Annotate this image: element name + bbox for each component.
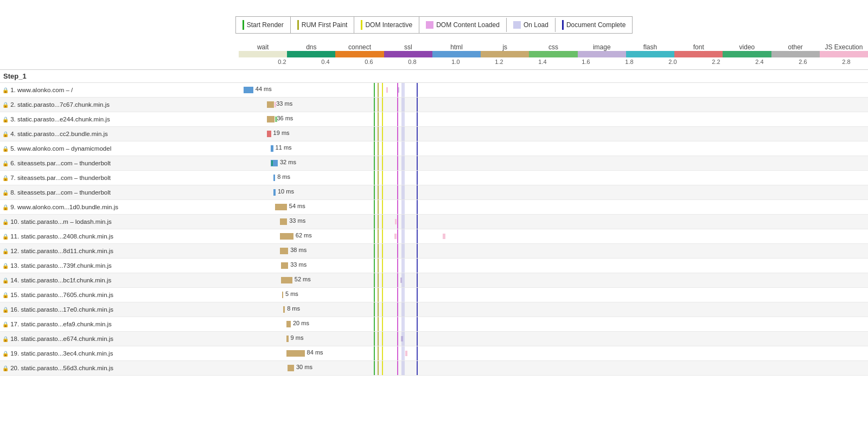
vertical-line-dom-content-loaded [397, 346, 398, 360]
vertical-line-start-render [374, 273, 375, 287]
step-label: Step_1 [0, 70, 868, 83]
legend-bar: Start RenderRUM First PaintDOM Interacti… [235, 16, 633, 34]
type-name-dns: dns [287, 43, 335, 51]
type-name-other: other [771, 43, 820, 51]
timing-bar [286, 350, 305, 357]
chart-cell: 11 ms [239, 141, 868, 156]
vertical-line-rum-first-paint [378, 302, 379, 317]
vertical-line-dom-interactive [382, 171, 383, 185]
ms-label: 36 ms [277, 115, 293, 121]
type-name-js: js [481, 43, 529, 51]
vertical-line-document-complete [417, 141, 418, 156]
timing-bar [267, 131, 271, 137]
timing-bar [286, 321, 291, 327]
vertical-line-document-complete [417, 288, 418, 302]
vertical-line-on-load [401, 141, 405, 156]
vertical-line-dom-interactive [382, 361, 383, 375]
vertical-line-dom-interactive [382, 259, 383, 273]
extra-marker [405, 351, 407, 356]
vertical-line-dom-interactive [382, 346, 383, 360]
type-name-ssl: ssl [384, 43, 432, 51]
vertical-line-dom-interactive [382, 302, 383, 317]
vertical-line-dom-content-loaded [397, 156, 398, 170]
lock-icon: 🔒 [2, 278, 9, 283]
lock-icon: 🔒 [2, 307, 9, 313]
vertical-line-on-load [401, 332, 405, 346]
vertical-line-document-complete [417, 127, 418, 141]
ms-label: 33 ms [290, 261, 307, 268]
request-label-cell: 🔒 1. www.alonko.com – / [0, 83, 239, 98]
type-color-dns [287, 51, 335, 57]
vertical-line-on-load [401, 200, 405, 214]
vertical-line-rum-first-paint [378, 332, 379, 346]
lock-icon: 🔒 [2, 292, 9, 298]
legend-item-start-render: Start Render [236, 17, 291, 33]
timing-bar [273, 175, 275, 181]
timing-bar [244, 87, 253, 93]
lock-icon: 🔒 [2, 102, 9, 108]
vertical-line-document-complete [417, 229, 418, 243]
vertical-line-dom-content-loaded [397, 127, 398, 141]
table-row: 🔒 4. static.parasto...cc2.bundle.min.js1… [0, 127, 868, 141]
extra-marker [275, 117, 277, 122]
vertical-line-rum-first-paint [378, 171, 379, 185]
ms-label: 5 ms [285, 291, 298, 297]
vertical-line-dom-interactive [382, 156, 383, 170]
type-color-js [481, 51, 529, 57]
legend-label: RUM First Paint [302, 21, 348, 29]
chart-cell: 62 ms [239, 229, 868, 244]
legend-label: On Load [524, 21, 548, 29]
vertical-line-document-complete [417, 185, 418, 199]
table-row: 🔒 17. static.parasto...efa9.chunk.min.js… [0, 317, 868, 332]
vertical-line-on-load [401, 346, 405, 360]
table-row: 🔒 2. static.parasto...7c67.chunk.min.js3… [0, 98, 868, 112]
timing-bar [267, 101, 274, 108]
vertical-line-on-load [401, 215, 405, 229]
extra-marker [275, 102, 276, 107]
vertical-line-document-complete [417, 259, 418, 273]
vertical-line-dom-interactive [382, 83, 383, 97]
vertical-line-dom-interactive [382, 98, 383, 112]
axis-label: 1.8 [625, 59, 633, 65]
vertical-line-document-complete [417, 302, 418, 317]
type-color-ssl [384, 51, 432, 57]
legend-item-dom-interactive: DOM Interactive [354, 17, 419, 33]
axis-label: 0.4 [321, 59, 329, 65]
chart-cell: 54 ms [239, 200, 868, 215]
vertical-line-dom-content-loaded [397, 288, 398, 302]
vertical-line-start-render [374, 259, 375, 273]
chart-cell: 8 ms [239, 302, 868, 317]
axis-label: 2.4 [755, 59, 763, 65]
chart-cell: 9 ms [239, 332, 868, 346]
chart-cell: 36 ms [239, 112, 868, 127]
lock-icon: 🔒 [2, 234, 9, 240]
vertical-line-start-render [374, 112, 375, 126]
step-header-row: Step_1 [0, 70, 868, 83]
ms-label: 62 ms [296, 232, 312, 238]
type-name-video: video [723, 43, 771, 51]
legend-item-document-complete: Document Complete [556, 17, 632, 33]
vertical-line-document-complete [417, 83, 418, 97]
vertical-line-dom-content-loaded [397, 229, 398, 243]
waterfall-container: 0.20.40.60.81.01.21.41.61.82.02.22.42.62… [0, 57, 868, 376]
ms-label: 11 ms [276, 144, 292, 151]
timing-bar [281, 277, 292, 283]
page-title [0, 0, 868, 16]
chart-cell: 8 ms [239, 171, 868, 185]
vertical-line-on-load [401, 361, 405, 375]
axis-label: 1.6 [582, 59, 590, 65]
lock-icon: 🔒 [2, 336, 9, 342]
vertical-line-start-render [374, 171, 375, 185]
vertical-line-document-complete [417, 98, 418, 112]
vertical-line-dom-content-loaded [397, 141, 398, 156]
vertical-line-dom-content-loaded [397, 317, 398, 331]
chart-cell: 44 ms [239, 83, 868, 98]
legend-swatch [513, 21, 521, 29]
vertical-line-on-load [401, 83, 405, 97]
table-row: 🔒 20. static.parasto...56d3.chunk.min.js… [0, 361, 868, 376]
chart-cell: 32 ms [239, 156, 868, 171]
timing-bar [286, 336, 289, 342]
table-row: 🔒 16. static.parasto...17e0.chunk.min.js… [0, 302, 868, 317]
table-row: 🔒 12. static.parasto...8d11.chunk.min.js… [0, 244, 868, 259]
request-label-cell: 🔒 18. static.parasto...e674.chunk.min.js [0, 332, 239, 346]
